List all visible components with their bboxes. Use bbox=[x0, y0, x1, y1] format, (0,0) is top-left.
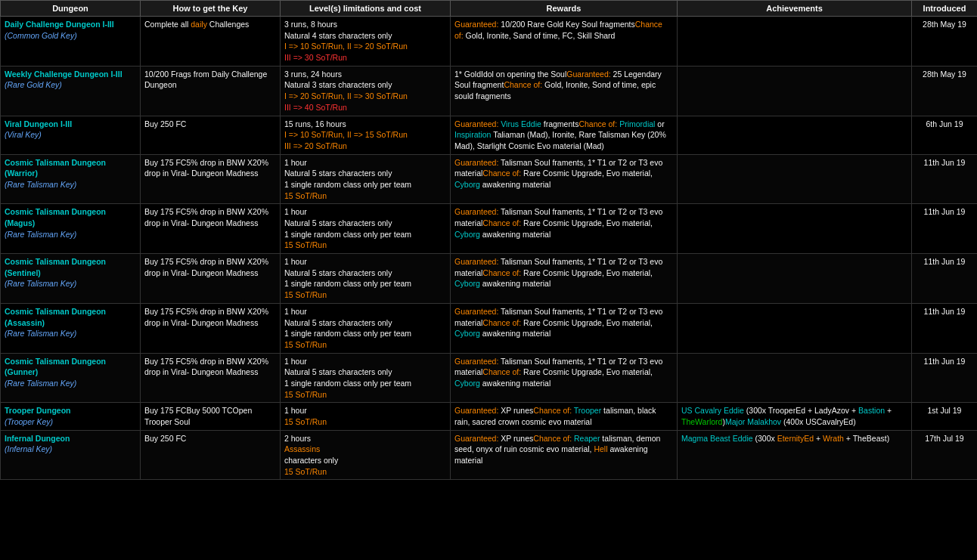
introduced-cell: 1st Jul 19 bbox=[912, 403, 978, 430]
achievements-cell: Magma Beast Eddie (300x EternityEd + Wra… bbox=[678, 430, 912, 480]
how-to-get-cell: Complete all daily Challenges bbox=[141, 17, 281, 67]
how-to-get-cell: Buy 175 FC5% drop in BNW X20% drop in Vi… bbox=[141, 353, 281, 403]
introduced-cell: 11th Jun 19 bbox=[912, 154, 978, 204]
achievements-cell bbox=[678, 116, 912, 154]
levels-cell: 3 runs, 24 hoursNatural 3 stars characte… bbox=[281, 66, 451, 116]
rewards-cell: Guaranteed: Virus Eddie fragmentsChance … bbox=[451, 116, 678, 154]
dungeon-cell: Trooper Dungeon(Trooper Key) bbox=[1, 403, 141, 430]
levels-cell: 2 hoursAssassins characters only15 SoT/R… bbox=[281, 430, 451, 480]
header-how-to-get: How to get the Key bbox=[141, 1, 281, 17]
header-dungeon: Dungeon bbox=[1, 1, 141, 17]
dungeon-cell: Cosmic Talisman Dungeon (Sentinel)(Rare … bbox=[1, 254, 141, 304]
how-to-get-cell: Buy 175 FC5% drop in BNW X20% drop in Vi… bbox=[141, 254, 281, 304]
achievements-cell bbox=[678, 66, 912, 116]
introduced-cell: 11th Jun 19 bbox=[912, 204, 978, 254]
header-introduced: Introduced bbox=[912, 1, 978, 17]
how-to-get-cell: Buy 175 FC5% drop in BNW X20% drop in Vi… bbox=[141, 154, 281, 204]
dungeon-cell: Cosmic Talisman Dungeon (Gunner)(Rare Ta… bbox=[1, 353, 141, 403]
levels-cell: 1 hourNatural 5 stars characters only1 s… bbox=[281, 303, 451, 353]
how-to-get-cell: Buy 250 FC bbox=[141, 430, 281, 480]
rewards-cell: Guaranteed: Talisman Soul framents, 1* T… bbox=[451, 204, 678, 254]
dungeon-cell: Weekly Challenge Dungeon I-III(Rare Gold… bbox=[1, 66, 141, 116]
dungeon-cell: Viral Dungeon I-III(Viral Key) bbox=[1, 116, 141, 154]
introduced-cell: 28th May 19 bbox=[912, 66, 978, 116]
levels-cell: 1 hour15 SoT/Run bbox=[281, 403, 451, 430]
achievements-cell bbox=[678, 17, 912, 67]
rewards-cell: Guaranteed: Talisman Soul framents, 1* T… bbox=[451, 254, 678, 304]
rewards-cell: 1* GoldIdol on opening the SoulGuarantee… bbox=[451, 66, 678, 116]
how-to-get-cell: Buy 175 FCBuy 5000 TCOpen Trooper Soul bbox=[141, 403, 281, 430]
achievements-cell: US Cavalry Eddie (300x TrooperEd + LadyA… bbox=[678, 403, 912, 430]
introduced-cell: 11th Jun 19 bbox=[912, 353, 978, 403]
rewards-cell: Guaranteed: Talisman Soul framents, 1* T… bbox=[451, 353, 678, 403]
header-levels: Level(s) limitations and cost bbox=[281, 1, 451, 17]
levels-cell: 15 runs, 16 hoursI => 10 SoT/Run, II => … bbox=[281, 116, 451, 154]
achievements-cell bbox=[678, 204, 912, 254]
rewards-cell: Guaranteed: XP runesChance of: Trooper t… bbox=[451, 403, 678, 430]
dungeon-cell: Infernal Dungeon(Infernal Key) bbox=[1, 430, 141, 480]
rewards-cell: Guaranteed: Talisman Soul framents, 1* T… bbox=[451, 154, 678, 204]
achievements-cell bbox=[678, 303, 912, 353]
dungeon-cell: Cosmic Talisman Dungeon (Magus)(Rare Tal… bbox=[1, 204, 141, 254]
achievements-cell bbox=[678, 154, 912, 204]
dungeon-cell: Cosmic Talisman Dungeon (Warrior)(Rare T… bbox=[1, 154, 141, 204]
achievements-cell bbox=[678, 353, 912, 403]
levels-cell: 1 hourNatural 5 stars characters only1 s… bbox=[281, 254, 451, 304]
how-to-get-cell: Buy 175 FC5% drop in BNW X20% drop in Vi… bbox=[141, 204, 281, 254]
levels-cell: 1 hourNatural 5 stars characters only1 s… bbox=[281, 353, 451, 403]
how-to-get-cell: Buy 175 FC5% drop in BNW X20% drop in Vi… bbox=[141, 303, 281, 353]
introduced-cell: 6th Jun 19 bbox=[912, 116, 978, 154]
dungeon-cell: Daily Challenge Dungeon I-III(Common Gol… bbox=[1, 17, 141, 67]
dungeon-table: Dungeon How to get the Key Level(s) limi… bbox=[0, 0, 977, 480]
rewards-cell: Guaranteed: XP runesChance of: Reaper ta… bbox=[451, 430, 678, 480]
rewards-cell: Guaranteed: Talisman Soul framents, 1* T… bbox=[451, 303, 678, 353]
introduced-cell: 11th Jun 19 bbox=[912, 303, 978, 353]
header-achievements: Achievements bbox=[678, 1, 912, 17]
levels-cell: 1 hourNatural 5 stars characters only1 s… bbox=[281, 204, 451, 254]
header-rewards: Rewards bbox=[451, 1, 678, 17]
dungeon-cell: Cosmic Talisman Dungeon (Assassin)(Rare … bbox=[1, 303, 141, 353]
rewards-cell: Guaranteed: 10/200 Rare Gold Key Soul fr… bbox=[451, 17, 678, 67]
introduced-cell: 11th Jun 19 bbox=[912, 254, 978, 304]
achievements-cell bbox=[678, 254, 912, 304]
how-to-get-cell: 10/200 Frags from Daily Challenge Dungeo… bbox=[141, 66, 281, 116]
how-to-get-cell: Buy 250 FC bbox=[141, 116, 281, 154]
introduced-cell: 17th Jul 19 bbox=[912, 430, 978, 480]
levels-cell: 3 runs, 8 hoursNatural 4 stars character… bbox=[281, 17, 451, 67]
levels-cell: 1 hourNatural 5 stars characters only1 s… bbox=[281, 154, 451, 204]
introduced-cell: 28th May 19 bbox=[912, 17, 978, 67]
